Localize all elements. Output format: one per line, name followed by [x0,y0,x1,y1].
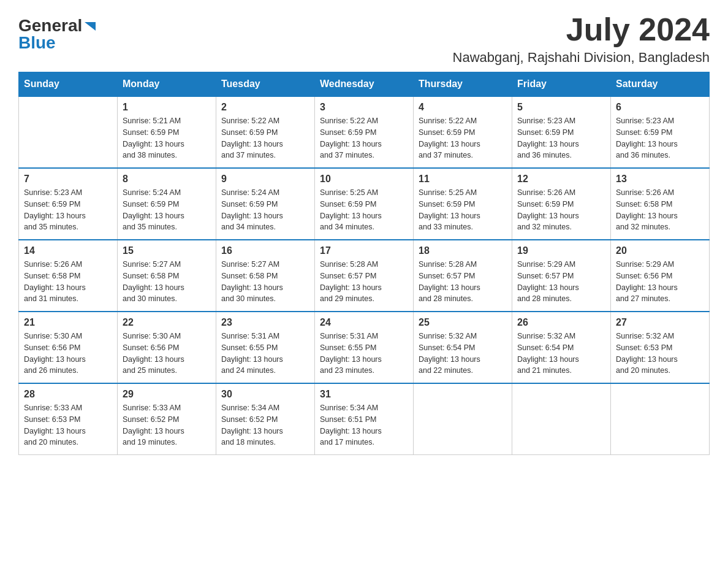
day-number: 12 [517,174,605,185]
calendar-table: SundayMondayTuesdayWednesdayThursdayFrid… [18,72,710,455]
day-info: Sunrise: 5:23 AMSunset: 6:59 PMDaylight:… [24,187,112,233]
day-info: Sunrise: 5:34 AMSunset: 6:52 PMDaylight:… [221,402,309,448]
calendar-cell: 10Sunrise: 5:25 AMSunset: 6:59 PMDayligh… [315,168,414,240]
day-number: 27 [616,317,704,328]
logo-triangle-icon [83,20,97,33]
calendar-week-row: 28Sunrise: 5:33 AMSunset: 6:53 PMDayligh… [19,383,710,455]
day-number: 13 [616,174,704,185]
calendar-cell: 28Sunrise: 5:33 AMSunset: 6:53 PMDayligh… [19,383,118,455]
day-number: 2 [221,102,309,113]
day-number: 28 [24,389,112,400]
day-info: Sunrise: 5:23 AMSunset: 6:59 PMDaylight:… [616,115,704,161]
day-number: 14 [24,245,112,256]
day-info: Sunrise: 5:29 AMSunset: 6:57 PMDaylight:… [517,259,605,305]
svg-marker-0 [85,22,96,31]
calendar-cell: 18Sunrise: 5:28 AMSunset: 6:57 PMDayligh… [414,240,512,312]
calendar-cell: 11Sunrise: 5:25 AMSunset: 6:59 PMDayligh… [414,168,512,240]
day-info: Sunrise: 5:24 AMSunset: 6:59 PMDaylight:… [221,187,309,233]
day-info: Sunrise: 5:27 AMSunset: 6:58 PMDaylight:… [123,259,211,305]
day-info: Sunrise: 5:23 AMSunset: 6:59 PMDaylight:… [517,115,605,161]
month-year-title: July 2024 [453,12,710,47]
calendar-cell: 17Sunrise: 5:28 AMSunset: 6:57 PMDayligh… [315,240,414,312]
calendar-cell: 1Sunrise: 5:21 AMSunset: 6:59 PMDaylight… [118,96,216,168]
day-number: 25 [419,317,507,328]
day-number: 10 [320,174,408,185]
day-number: 18 [419,245,507,256]
day-info: Sunrise: 5:28 AMSunset: 6:57 PMDaylight:… [419,259,507,305]
calendar-cell: 27Sunrise: 5:32 AMSunset: 6:53 PMDayligh… [611,312,710,383]
day-number: 24 [320,317,408,328]
day-info: Sunrise: 5:31 AMSunset: 6:55 PMDaylight:… [320,331,408,377]
day-info: Sunrise: 5:32 AMSunset: 6:53 PMDaylight:… [616,331,704,377]
calendar-cell: 5Sunrise: 5:23 AMSunset: 6:59 PMDaylight… [512,96,611,168]
day-info: Sunrise: 5:26 AMSunset: 6:59 PMDaylight:… [517,187,605,233]
day-number: 29 [123,389,211,400]
day-number: 30 [221,389,309,400]
weekday-header-saturday: Saturday [611,72,710,97]
day-info: Sunrise: 5:33 AMSunset: 6:52 PMDaylight:… [123,402,211,448]
day-info: Sunrise: 5:32 AMSunset: 6:54 PMDaylight:… [517,331,605,377]
calendar-week-row: 7Sunrise: 5:23 AMSunset: 6:59 PMDaylight… [19,168,710,240]
calendar-week-row: 1Sunrise: 5:21 AMSunset: 6:59 PMDaylight… [19,96,710,168]
day-number: 31 [320,389,408,400]
calendar-cell: 30Sunrise: 5:34 AMSunset: 6:52 PMDayligh… [216,383,315,455]
day-info: Sunrise: 5:22 AMSunset: 6:59 PMDaylight:… [221,115,309,161]
weekday-header-monday: Monday [118,72,216,97]
page-header: General Blue July 2024 Nawabganj, Rajsha… [18,12,710,66]
day-number: 15 [123,245,211,256]
calendar-cell [19,96,118,168]
day-info: Sunrise: 5:27 AMSunset: 6:58 PMDaylight:… [221,259,309,305]
day-info: Sunrise: 5:26 AMSunset: 6:58 PMDaylight:… [24,259,112,305]
logo-general-text: General [18,17,82,34]
logo-blue-text: Blue [18,34,56,52]
day-number: 21 [24,317,112,328]
day-info: Sunrise: 5:25 AMSunset: 6:59 PMDaylight:… [320,187,408,233]
weekday-header-thursday: Thursday [414,72,512,97]
calendar-cell: 29Sunrise: 5:33 AMSunset: 6:52 PMDayligh… [118,383,216,455]
day-number: 17 [320,245,408,256]
day-number: 11 [419,174,507,185]
calendar-cell: 3Sunrise: 5:22 AMSunset: 6:59 PMDaylight… [315,96,414,168]
day-number: 1 [123,102,211,113]
day-info: Sunrise: 5:25 AMSunset: 6:59 PMDaylight:… [419,187,507,233]
location-subtitle: Nawabganj, Rajshahi Division, Bangladesh [453,50,710,66]
calendar-cell: 24Sunrise: 5:31 AMSunset: 6:55 PMDayligh… [315,312,414,383]
day-number: 3 [320,102,408,113]
day-number: 19 [517,245,605,256]
calendar-cell: 22Sunrise: 5:30 AMSunset: 6:56 PMDayligh… [118,312,216,383]
calendar-cell: 20Sunrise: 5:29 AMSunset: 6:56 PMDayligh… [611,240,710,312]
calendar-cell: 12Sunrise: 5:26 AMSunset: 6:59 PMDayligh… [512,168,611,240]
calendar-cell: 16Sunrise: 5:27 AMSunset: 6:58 PMDayligh… [216,240,315,312]
day-number: 4 [419,102,507,113]
calendar-cell: 7Sunrise: 5:23 AMSunset: 6:59 PMDaylight… [19,168,118,240]
weekday-header-row: SundayMondayTuesdayWednesdayThursdayFrid… [19,72,710,97]
calendar-cell: 15Sunrise: 5:27 AMSunset: 6:58 PMDayligh… [118,240,216,312]
day-number: 16 [221,245,309,256]
day-info: Sunrise: 5:22 AMSunset: 6:59 PMDaylight:… [320,115,408,161]
calendar-cell: 2Sunrise: 5:22 AMSunset: 6:59 PMDaylight… [216,96,315,168]
day-info: Sunrise: 5:21 AMSunset: 6:59 PMDaylight:… [123,115,211,161]
day-info: Sunrise: 5:22 AMSunset: 6:59 PMDaylight:… [419,115,507,161]
day-info: Sunrise: 5:34 AMSunset: 6:51 PMDaylight:… [320,402,408,448]
calendar-cell: 14Sunrise: 5:26 AMSunset: 6:58 PMDayligh… [19,240,118,312]
day-number: 8 [123,174,211,185]
calendar-cell: 9Sunrise: 5:24 AMSunset: 6:59 PMDaylight… [216,168,315,240]
calendar-week-row: 21Sunrise: 5:30 AMSunset: 6:56 PMDayligh… [19,312,710,383]
weekday-header-wednesday: Wednesday [315,72,414,97]
calendar-cell: 19Sunrise: 5:29 AMSunset: 6:57 PMDayligh… [512,240,611,312]
calendar-cell [512,383,611,455]
day-info: Sunrise: 5:28 AMSunset: 6:57 PMDaylight:… [320,259,408,305]
day-info: Sunrise: 5:30 AMSunset: 6:56 PMDaylight:… [123,331,211,377]
day-number: 20 [616,245,704,256]
calendar-cell: 23Sunrise: 5:31 AMSunset: 6:55 PMDayligh… [216,312,315,383]
weekday-header-friday: Friday [512,72,611,97]
day-number: 6 [616,102,704,113]
day-info: Sunrise: 5:29 AMSunset: 6:56 PMDaylight:… [616,259,704,305]
day-info: Sunrise: 5:33 AMSunset: 6:53 PMDaylight:… [24,402,112,448]
day-number: 5 [517,102,605,113]
day-info: Sunrise: 5:24 AMSunset: 6:59 PMDaylight:… [123,187,211,233]
calendar-cell: 31Sunrise: 5:34 AMSunset: 6:51 PMDayligh… [315,383,414,455]
calendar-cell: 21Sunrise: 5:30 AMSunset: 6:56 PMDayligh… [19,312,118,383]
weekday-header-tuesday: Tuesday [216,72,315,97]
weekday-header-sunday: Sunday [19,72,118,97]
